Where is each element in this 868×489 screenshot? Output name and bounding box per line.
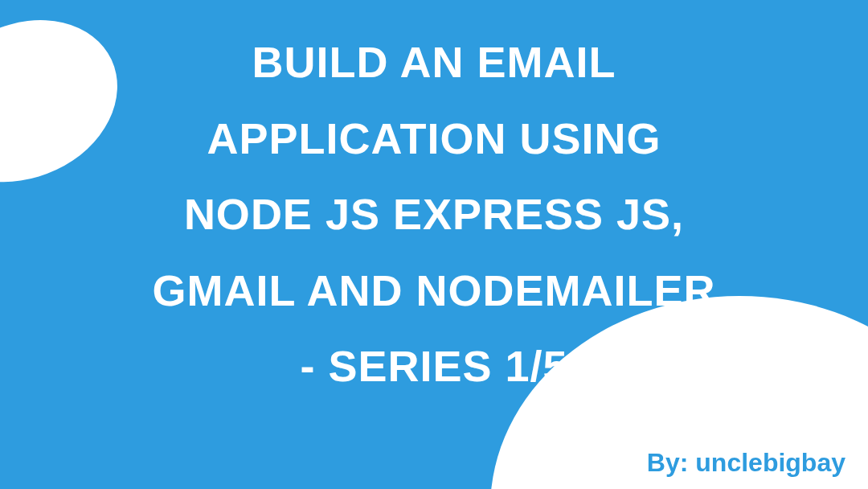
title-line-5: - Series 1/5 <box>72 328 796 405</box>
title-line-3: Node Js Express Js, <box>72 176 796 253</box>
title-line-2: Application using <box>72 101 796 177</box>
title-line-1: Build an email <box>72 24 796 101</box>
main-title: Build an email Application using Node Js… <box>72 24 796 405</box>
title-line-4: Gmail and Nodemailer <box>72 253 796 329</box>
author-byline: By: unclebigbay <box>647 448 845 478</box>
